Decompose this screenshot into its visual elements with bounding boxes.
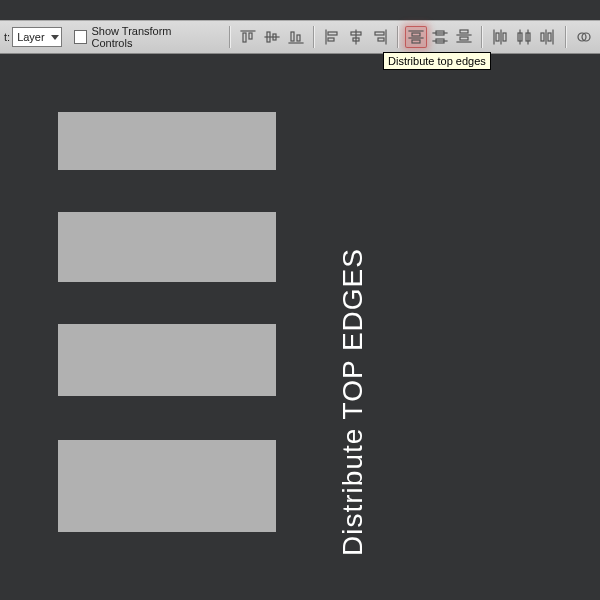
chevron-down-icon [51, 35, 59, 40]
canvas-shape[interactable] [58, 212, 276, 282]
canvas: Distribute TOP EDGES [0, 52, 600, 600]
svg-rect-17 [378, 38, 384, 41]
separator [481, 26, 482, 48]
show-transform-controls-label: Show Transform Controls [91, 25, 213, 49]
svg-rect-2 [249, 33, 252, 39]
svg-rect-31 [496, 33, 499, 41]
label-suffix: t: [4, 31, 10, 43]
distribute-vertical-centers-button[interactable] [429, 26, 451, 48]
show-transform-controls-checkbox[interactable]: Show Transform Controls [74, 25, 214, 49]
distribute-left-edges-button[interactable] [489, 26, 511, 48]
svg-rect-1 [243, 33, 246, 42]
layer-select[interactable]: Layer [12, 27, 62, 47]
svg-rect-28 [460, 37, 468, 40]
align-bottom-edges-button[interactable] [285, 26, 307, 48]
svg-rect-16 [375, 32, 384, 35]
align-top-edges-button[interactable] [237, 26, 259, 48]
distribute-horizontal-centers-button[interactable] [513, 26, 535, 48]
svg-rect-8 [297, 35, 300, 41]
align-left-edges-button[interactable] [321, 26, 343, 48]
distribute-bottom-edges-button[interactable] [453, 26, 475, 48]
svg-rect-7 [291, 32, 294, 41]
svg-rect-40 [548, 33, 551, 41]
svg-rect-38 [541, 33, 544, 41]
checkbox-box [74, 30, 88, 44]
svg-rect-10 [328, 32, 337, 35]
canvas-shape[interactable] [58, 440, 276, 532]
distribute-top-edges-button[interactable] [405, 26, 427, 48]
svg-rect-26 [460, 30, 468, 33]
options-bar: t: Layer Show Transform Controls [0, 20, 600, 54]
separator [565, 26, 566, 48]
separator [313, 26, 314, 48]
align-right-edges-button[interactable] [369, 26, 391, 48]
canvas-shape[interactable] [58, 324, 276, 396]
auto-align-layers-button[interactable] [573, 26, 595, 48]
align-horizontal-centers-button[interactable] [345, 26, 367, 48]
separator [229, 26, 230, 48]
distribute-right-edges-button[interactable] [537, 26, 559, 48]
layer-select-value: Layer [17, 31, 45, 43]
svg-rect-21 [412, 40, 420, 43]
svg-rect-11 [328, 38, 334, 41]
svg-rect-33 [503, 33, 506, 41]
align-vertical-centers-button[interactable] [261, 26, 283, 48]
svg-rect-19 [412, 33, 420, 36]
canvas-caption-text: Distribute TOP EDGES [337, 248, 369, 556]
canvas-shape[interactable] [58, 112, 276, 170]
canvas-caption: Distribute TOP EDGES [336, 187, 370, 600]
separator [397, 26, 398, 48]
